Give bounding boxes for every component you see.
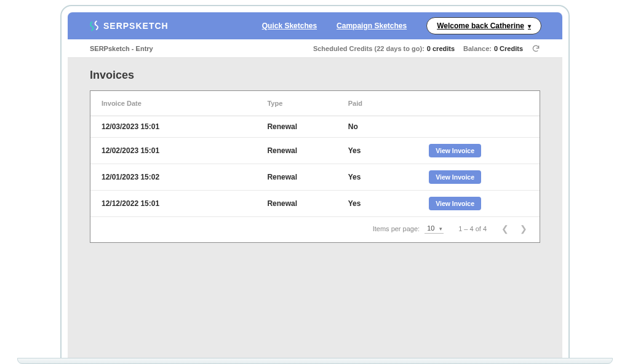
cell-date: 12/12/2022 15:01 bbox=[90, 191, 261, 217]
view-invoice-button[interactable]: View Invoice bbox=[429, 144, 481, 157]
cell-type: Renewal bbox=[261, 116, 341, 138]
logo-icon bbox=[89, 20, 100, 31]
paginator-next-icon[interactable]: ❯ bbox=[520, 224, 527, 234]
cell-type: Renewal bbox=[261, 138, 341, 164]
cell-date: 12/03/2023 15:01 bbox=[90, 116, 261, 138]
table-row: 12/12/2022 15:01RenewalYesView Invoice bbox=[90, 191, 540, 217]
col-header-paid: Paid bbox=[342, 91, 423, 116]
page-title: Invoices bbox=[90, 69, 540, 82]
refresh-icon[interactable] bbox=[532, 44, 540, 53]
cell-action: View Invoice bbox=[423, 191, 540, 217]
page-size-select[interactable]: 10 bbox=[425, 223, 444, 234]
cell-type: Renewal bbox=[261, 164, 341, 191]
breadcrumb: SERPsketch - Entry bbox=[90, 45, 153, 52]
user-menu-button[interactable]: Welcome back Catherine ▾ bbox=[426, 17, 541, 34]
view-invoice-button[interactable]: View Invoice bbox=[429, 197, 481, 210]
device-frame: SERPSKETCH Quick Sketches Campaign Sketc… bbox=[60, 5, 570, 359]
paginator-prev-icon[interactable]: ❮ bbox=[501, 224, 509, 234]
cell-date: 12/01/2023 15:02 bbox=[90, 164, 261, 191]
balance-value: 0 Credits bbox=[494, 45, 523, 52]
user-menu-label: Welcome back Catherine bbox=[437, 22, 524, 30]
view-invoice-button[interactable]: View Invoice bbox=[429, 170, 481, 184]
col-header-type: Type bbox=[261, 91, 341, 116]
cell-paid: Yes bbox=[342, 164, 423, 191]
table-row: 12/01/2023 15:02RenewalYesView Invoice bbox=[90, 164, 540, 191]
table-row: 12/03/2023 15:01RenewalNo bbox=[90, 116, 540, 138]
nav-quick-sketches[interactable]: Quick Sketches bbox=[262, 22, 317, 30]
invoices-table-card: Invoice Date Type Paid 12/03/2023 15:01R… bbox=[90, 90, 540, 243]
cell-paid: Yes bbox=[342, 138, 423, 164]
device-base bbox=[17, 358, 613, 364]
table-row: 12/02/2023 15:01RenewalYesView Invoice bbox=[90, 138, 540, 164]
scheduled-credits-value: 0 credits bbox=[427, 45, 455, 52]
items-per-page-label: Items per page: bbox=[373, 225, 420, 232]
invoices-table: Invoice Date Type Paid 12/03/2023 15:01R… bbox=[90, 91, 540, 217]
cell-action bbox=[423, 116, 540, 138]
brand-logo[interactable]: SERPSKETCH bbox=[89, 20, 169, 31]
cell-date: 12/02/2023 15:01 bbox=[90, 138, 261, 164]
cell-action: View Invoice bbox=[423, 164, 540, 191]
app-screen: SERPSKETCH Quick Sketches Campaign Sketc… bbox=[68, 12, 562, 358]
caret-down-icon: ▾ bbox=[528, 23, 531, 30]
col-header-date: Invoice Date bbox=[90, 91, 261, 116]
top-nav: SERPSKETCH Quick Sketches Campaign Sketc… bbox=[68, 12, 562, 39]
cell-paid: No bbox=[342, 116, 423, 138]
page-body: Invoices Invoice Date Type Paid 12/03/20… bbox=[68, 58, 562, 358]
cell-action: View Invoice bbox=[423, 138, 540, 164]
sub-nav: SERPsketch - Entry Scheduled Credits (22… bbox=[68, 39, 562, 58]
cell-type: Renewal bbox=[261, 191, 341, 217]
paginator: Items per page: 10 1 – 4 of 4 ❮ ❯ bbox=[90, 217, 540, 242]
scheduled-credits-label: Scheduled Credits (22 days to go): bbox=[313, 45, 425, 52]
cell-paid: Yes bbox=[342, 191, 423, 217]
balance-label: Balance: bbox=[463, 45, 492, 52]
brand-name: SERPSKETCH bbox=[103, 21, 169, 31]
paginator-range: 1 – 4 of 4 bbox=[458, 225, 487, 232]
nav-campaign-sketches[interactable]: Campaign Sketches bbox=[337, 22, 407, 30]
